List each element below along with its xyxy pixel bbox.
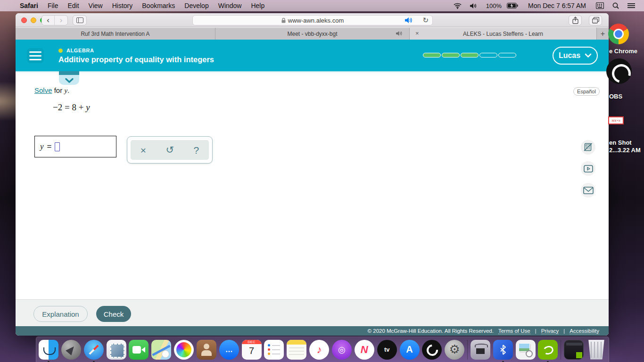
new-tab-button[interactable]: + (597, 28, 609, 40)
menu-bookmarks[interactable]: Bookmarks (137, 2, 180, 9)
page-title: Additive property of equality with integ… (58, 55, 214, 64)
dock-contacts-icon[interactable] (197, 340, 216, 360)
video-button[interactable] (581, 161, 595, 176)
dock-news-icon[interactable]: N (355, 340, 374, 360)
screenshot-thumbnail[interactable]: MX+b (608, 116, 624, 124)
menu-window[interactable]: Window (214, 2, 247, 9)
page-footer: © 2020 McGraw-Hill Education. All Rights… (16, 326, 609, 336)
dock-minimized-window[interactable] (564, 340, 584, 360)
footer-separator: | (563, 328, 565, 334)
obs-desktop-label: OBS (609, 93, 622, 100)
tab-label: Meet - vbb-dyxx-bgt (287, 31, 337, 37)
menu-view[interactable]: View (84, 2, 107, 9)
menu-develop[interactable]: Develop (180, 2, 213, 9)
reload-icon[interactable]: ↻ (422, 16, 429, 25)
tab-meet[interactable]: Meet - vbb-dyxx-bgt (215, 28, 410, 40)
screenshot-label-line2: 2...3.22 AM (609, 147, 641, 154)
back-button[interactable]: ‹ (42, 16, 55, 25)
podcasts-glyph: ◎ (338, 345, 346, 355)
volume-icon[interactable] (466, 3, 481, 9)
dock-calendar-icon[interactable]: DEC 7 (242, 340, 262, 360)
dock-tv-icon[interactable]: tv (377, 340, 397, 360)
hamburger-menu-button[interactable] (27, 48, 44, 63)
dock-music-icon[interactable]: ♪ (309, 340, 329, 360)
menu-history[interactable]: History (107, 2, 138, 9)
share-button[interactable] (569, 15, 582, 25)
progress-bar (423, 53, 516, 58)
dock-chip-programmer-icon[interactable] (471, 340, 490, 360)
dock-finder-icon[interactable] (39, 340, 58, 360)
menu-safari[interactable]: Safari (15, 2, 43, 9)
collapse-panel-button[interactable] (59, 71, 79, 85)
problem-instruction: Solve for y. (34, 86, 69, 95)
tab-aleks[interactable]: × ALEKS - Lucas Steffens - Learn (410, 28, 597, 40)
menu-file[interactable]: File (43, 2, 63, 9)
tab-audio-icon[interactable] (396, 31, 403, 36)
tab-ruf-math[interactable]: Ruf 3rd Math Intervention A (16, 28, 215, 40)
footer-separator: | (535, 328, 537, 334)
dock-system-preferences-icon[interactable]: ⚙ (445, 340, 464, 360)
url-field[interactable]: www-awn.aleks.com ↻ (192, 15, 433, 25)
wifi-icon[interactable] (449, 3, 466, 9)
dock-trash-icon[interactable] (586, 340, 606, 360)
dock-divider (561, 340, 561, 360)
espanol-label: Español (577, 89, 596, 94)
help-button[interactable]: ? (194, 145, 199, 155)
progress-segment-filled (423, 53, 441, 58)
accessibility-link[interactable]: Accessibility (570, 328, 599, 334)
dock-podcasts-icon[interactable]: ◎ (332, 340, 352, 360)
dock-safari-icon[interactable] (84, 340, 104, 360)
messages-glyph: … (225, 346, 233, 354)
dock-mail-icon[interactable] (107, 340, 126, 360)
dock-photos-icon[interactable] (174, 340, 194, 360)
message-button[interactable] (581, 183, 595, 197)
instruction-text: for (52, 86, 65, 94)
answer-input[interactable] (55, 142, 60, 151)
check-button[interactable]: Check (96, 306, 131, 322)
forward-button[interactable]: › (55, 16, 67, 25)
titlebar[interactable]: ‹ › www-awn.aleks.com ↻ (16, 13, 609, 27)
chrome-desktop-icon[interactable] (608, 24, 629, 44)
dock-appstore-icon[interactable]: A (400, 340, 420, 360)
menu-edit[interactable]: Edit (63, 2, 83, 9)
battery-charging-icon[interactable] (503, 3, 522, 8)
bluetooth-rune-icon (500, 345, 506, 355)
menu-help[interactable]: Help (246, 2, 269, 9)
dock-obs-icon[interactable] (422, 340, 442, 360)
tv-glyph: tv (384, 346, 390, 353)
dock-maps-icon[interactable] (151, 340, 171, 360)
dock-messages-icon[interactable]: … (219, 340, 239, 360)
dock-reminders-icon[interactable] (264, 340, 284, 360)
equals-sign: = (47, 142, 52, 151)
dock-facetime-icon[interactable] (129, 340, 149, 360)
dock-nvidia-icon[interactable] (538, 340, 558, 360)
calendar-day: 7 (242, 344, 262, 357)
clear-button[interactable]: × (140, 145, 146, 155)
espanol-button[interactable]: Español (573, 87, 600, 96)
sidebar-toggle-button[interactable] (73, 15, 87, 25)
progress-segment-filled (461, 53, 479, 58)
answer-box[interactable]: y = (34, 136, 116, 157)
search-icon[interactable] (608, 2, 623, 9)
dock-preview-icon[interactable] (516, 340, 536, 360)
privacy-link[interactable]: Privacy (541, 328, 559, 334)
terms-of-use-link[interactable]: Terms of Use (498, 328, 530, 334)
minimize-window-button[interactable] (31, 17, 36, 23)
tab-overview-button[interactable] (589, 15, 602, 25)
user-menu-button[interactable]: Lucas (553, 47, 598, 65)
dock-launchpad-icon[interactable] (61, 340, 81, 360)
undo-button[interactable]: ↺ (165, 145, 174, 155)
obs-desktop-icon[interactable] (606, 58, 632, 84)
dock-bluetooth-icon[interactable] (493, 340, 513, 360)
solve-link[interactable]: Solve (34, 86, 52, 94)
list-icon[interactable] (623, 3, 639, 8)
keyboard-icon[interactable] (592, 2, 608, 9)
close-window-button[interactable] (21, 17, 27, 23)
explanation-button[interactable]: Explanation (33, 306, 88, 322)
calculator-disabled-button[interactable] (581, 140, 595, 155)
menubar-clock[interactable]: Mon Dec 7 6:57 AM (522, 2, 592, 9)
sidebar-icon (76, 17, 83, 23)
tab-close-icon[interactable]: × (413, 30, 421, 37)
audio-playing-icon[interactable] (405, 17, 413, 24)
dock-notes-icon[interactable] (287, 340, 306, 360)
